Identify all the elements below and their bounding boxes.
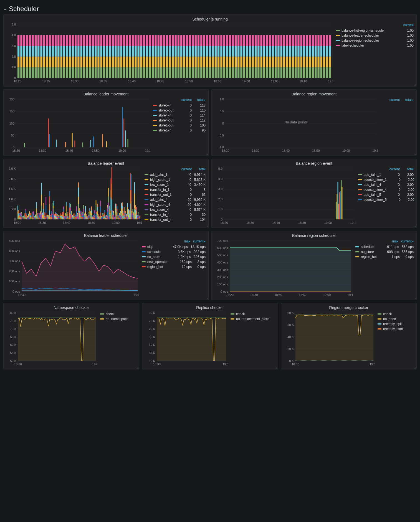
svg-rect-977 bbox=[117, 206, 118, 209]
panel-scheduler-running[interactable]: Scheduler is running 01.02.03.04.05.018:… bbox=[3, 14, 417, 87]
legend-item[interactable]: add_taint_502.00 bbox=[358, 192, 414, 197]
panel-replica-checker[interactable]: Replica checker 50 K55 K60 K65 K70 K75 K… bbox=[142, 303, 278, 369]
resize-handle[interactable] bbox=[414, 366, 416, 369]
legend-item[interactable]: add_taint_1408.914 K bbox=[145, 172, 206, 177]
svg-rect-1031 bbox=[128, 214, 129, 217]
legend-label: low_score_4 bbox=[150, 208, 178, 212]
legend-item[interactable]: add_taint_52010.046 K bbox=[145, 222, 206, 223]
legend-item[interactable]: region_hot1 ops0 ops bbox=[355, 254, 414, 259]
svg-rect-60 bbox=[43, 67, 45, 78]
svg-rect-243 bbox=[172, 35, 174, 46]
svg-rect-689 bbox=[55, 218, 56, 219]
legend-item[interactable]: transfer_in_4030 bbox=[145, 212, 206, 217]
resize-handle[interactable] bbox=[414, 297, 416, 299]
panel-balance-region-scheduler[interactable]: Balance region scheduler 0 ops100 ops200… bbox=[211, 231, 417, 300]
resize-handle[interactable] bbox=[206, 297, 208, 299]
resize-handle[interactable] bbox=[275, 366, 277, 369]
resize-handle[interactable] bbox=[414, 83, 416, 86]
panel-namespace-checker[interactable]: Namespace checker 50 K55 K60 K65 K70 K75… bbox=[3, 303, 139, 369]
panel-balance-leader-movement[interactable]: Balance leader movement 05010015020018:2… bbox=[3, 89, 209, 156]
legend-item[interactable]: store1-out0100 bbox=[153, 123, 206, 128]
svg-rect-796 bbox=[78, 183, 79, 187]
svg-rect-445 bbox=[318, 57, 320, 67]
svg-rect-152 bbox=[109, 67, 111, 78]
legend-item[interactable]: check bbox=[231, 311, 275, 316]
legend-item[interactable]: new_operator160 ops3 ops bbox=[142, 259, 206, 264]
legend-item[interactable]: no_replacement_store bbox=[231, 316, 275, 321]
panel-balance-region-movement[interactable]: Balance region movement -1.0-0.500.51.01… bbox=[211, 89, 417, 156]
panel-balance-region-event[interactable]: Balance region event 01.02.03.04.05.018:… bbox=[211, 159, 417, 228]
svg-text:400 ops: 400 ops bbox=[217, 261, 228, 264]
legend-item[interactable]: no_namespace bbox=[100, 316, 136, 321]
svg-rect-384 bbox=[275, 67, 277, 78]
svg-rect-428 bbox=[306, 67, 308, 78]
svg-rect-305 bbox=[217, 57, 219, 67]
svg-rect-177 bbox=[126, 57, 128, 67]
legend-item[interactable]: transfer_out_1066 bbox=[145, 192, 206, 197]
panel-balance-leader-event[interactable]: Balance leader event 05001.0 K1.5 K2.0 K… bbox=[3, 159, 209, 228]
legend-item[interactable]: transfer_out_40104 bbox=[145, 217, 206, 222]
svg-text:500 ops: 500 ops bbox=[217, 254, 228, 257]
legend-item[interactable]: store5-out0116 bbox=[153, 108, 206, 113]
svg-rect-334 bbox=[237, 46, 239, 57]
legend-item[interactable]: check bbox=[378, 311, 414, 316]
legend-item[interactable]: high_score_4204.604 K bbox=[145, 202, 206, 207]
legend-item[interactable]: balance-region-scheduler1.00 bbox=[336, 38, 414, 43]
svg-rect-209 bbox=[149, 57, 151, 67]
legend-item[interactable]: source_store_402.00 bbox=[358, 187, 414, 192]
legend-item[interactable]: no_need bbox=[378, 316, 414, 321]
legend-item[interactable]: high_score_105.628 K bbox=[145, 177, 206, 182]
legend-item[interactable]: recently_start bbox=[378, 326, 414, 331]
legend-item[interactable]: store5-in0118 bbox=[153, 103, 206, 108]
legend-item[interactable]: label-scheduler1.00 bbox=[336, 43, 414, 48]
legend-item[interactable]: add_taint_402.00 bbox=[358, 182, 414, 187]
legend-item[interactable]: transfer_in_108 bbox=[145, 187, 206, 192]
legend-swatch bbox=[153, 130, 157, 131]
legend-label: low_score_1 bbox=[150, 183, 178, 187]
legend-item[interactable]: low_score_405.574 K bbox=[145, 207, 206, 212]
svg-rect-39 bbox=[26, 35, 28, 46]
svg-rect-906 bbox=[103, 216, 103, 218]
resize-handle[interactable] bbox=[206, 153, 208, 155]
resize-handle[interactable] bbox=[414, 225, 416, 227]
legend-item[interactable]: skip47.0K ops13.1K ops bbox=[142, 244, 206, 249]
svg-rect-272 bbox=[195, 67, 197, 78]
legend-item[interactable]: no_store1.2K ops326 ops bbox=[142, 254, 206, 259]
svg-rect-303 bbox=[215, 35, 217, 46]
legend-item[interactable]: low_score_1403.450 K bbox=[145, 182, 206, 187]
legend-item[interactable]: store1-in096 bbox=[153, 128, 206, 133]
svg-rect-59 bbox=[40, 35, 42, 46]
legend-header-current[interactable]: current bbox=[400, 23, 414, 27]
legend-item[interactable]: add_taint_4209.952 K bbox=[145, 197, 206, 202]
legend-item[interactable]: schedule611 ops568 ops bbox=[355, 244, 414, 249]
resize-handle[interactable] bbox=[206, 225, 208, 227]
legend-label: recently_start bbox=[383, 327, 414, 331]
svg-rect-874 bbox=[95, 216, 95, 217]
legend-item[interactable]: store4-out0112 bbox=[153, 118, 206, 123]
svg-rect-98 bbox=[69, 46, 71, 57]
legend-item[interactable]: schedule3.6K ops982 ops bbox=[142, 249, 206, 254]
legend-item[interactable]: balance-leader-scheduler1.00 bbox=[336, 33, 414, 38]
legend-item[interactable]: source_store_502.00 bbox=[358, 197, 414, 202]
legend-item[interactable]: region_hot19 ops0 ops bbox=[142, 264, 206, 269]
legend-item[interactable]: no_store608 ops565 ops bbox=[355, 249, 414, 254]
svg-rect-922 bbox=[105, 216, 106, 217]
panel-region-merge-checker[interactable]: Region merge checker 0 K20 K40 K60 K80 K… bbox=[281, 303, 417, 369]
legend-item[interactable]: balance-hot-region-scheduler1.00 bbox=[336, 28, 414, 33]
section-header[interactable]: ⌄ Scheduler bbox=[3, 3, 417, 14]
svg-rect-87 bbox=[60, 35, 62, 46]
svg-rect-386 bbox=[275, 46, 277, 57]
legend-item[interactable]: store4-in0114 bbox=[153, 113, 206, 118]
svg-text:18:30: 18:30 bbox=[292, 363, 299, 366]
svg-text:60 K: 60 K bbox=[287, 323, 294, 326]
legend-item[interactable]: add_taint_102.00 bbox=[358, 172, 414, 177]
panel-balance-leader-scheduler[interactable]: Balance leader scheduler 0 ops10K ops20K… bbox=[3, 231, 209, 300]
svg-rect-719 bbox=[60, 214, 61, 216]
legend-item[interactable]: source_store_102.00 bbox=[358, 177, 414, 182]
resize-handle[interactable] bbox=[414, 153, 416, 155]
legend-item[interactable]: check bbox=[100, 311, 136, 316]
svg-rect-946 bbox=[110, 197, 111, 211]
svg-rect-680 bbox=[54, 214, 54, 219]
resize-handle[interactable] bbox=[136, 366, 138, 369]
legend-item[interactable]: recently_split bbox=[378, 321, 414, 326]
